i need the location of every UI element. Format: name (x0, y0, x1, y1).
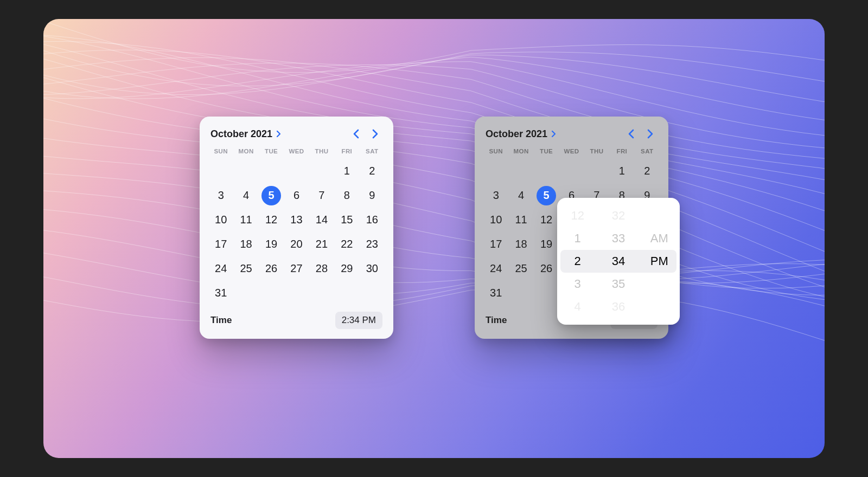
weekday-label: TUE (534, 146, 559, 157)
weekday-label: MON (233, 146, 258, 157)
calendar-header: October 2021 (208, 124, 385, 145)
hour-option[interactable]: 1 (557, 227, 598, 250)
time-row: Time 2:34 PM (208, 311, 385, 330)
minute-option[interactable]: 33 (598, 227, 639, 250)
calendar-day-empty (559, 159, 584, 183)
calendar-day[interactable]: 22 (334, 232, 359, 256)
calendar-day[interactable]: 1 (334, 159, 359, 183)
calendar-day[interactable]: 28 (309, 256, 334, 281)
calendar-day[interactable]: 16 (360, 208, 385, 232)
minute-option[interactable]: 32 (598, 204, 639, 227)
calendar-day[interactable]: 10 (208, 208, 233, 232)
calendar-day[interactable]: 20 (284, 232, 309, 256)
calendar-day[interactable]: 25 (508, 256, 533, 281)
calendar-day[interactable]: 31 (208, 281, 233, 305)
calendar-title[interactable]: October 2021 (486, 128, 547, 140)
calendar-header: October 2021 (483, 124, 660, 145)
weekday-header-row: SUNMONTUEWEDTHUFRISAT (208, 146, 385, 157)
calendar-day[interactable]: 24 (483, 256, 508, 281)
calendar-day[interactable]: 10 (483, 208, 508, 232)
calendar-day[interactable]: 31 (483, 281, 508, 305)
calendar-day[interactable]: 4 (233, 183, 258, 208)
hour-option[interactable]: 4 (557, 295, 598, 318)
calendar-day[interactable]: 27 (284, 256, 309, 281)
weekday-label: THU (309, 146, 334, 157)
datepicker-panel-left: October 2021 SUNMONTUEWEDTHUFRISAT 12345… (200, 117, 393, 339)
chevron-right-icon (276, 131, 281, 137)
calendar-day[interactable]: 6 (284, 183, 309, 208)
calendar-day[interactable]: 23 (360, 232, 385, 256)
calendar-day[interactable]: 19 (534, 232, 559, 256)
weekday-label: FRI (334, 146, 359, 157)
period-option-selected[interactable]: PM (639, 250, 680, 273)
calendar-day[interactable]: 17 (208, 232, 233, 256)
calendar-day-empty (309, 159, 334, 183)
prev-month-button[interactable] (349, 126, 364, 141)
minute-option[interactable]: 36 (598, 295, 639, 318)
calendar-day[interactable]: 1 (609, 159, 634, 183)
calendar-day[interactable]: 12 (534, 208, 559, 232)
period-option[interactable]: AM (639, 227, 680, 250)
calendar-day-selected[interactable]: 5 (261, 186, 281, 205)
hour-option-selected[interactable]: 2 (557, 250, 598, 273)
calendar-day[interactable]: 11 (233, 208, 258, 232)
calendar-day[interactable]: 21 (309, 232, 334, 256)
calendar-day[interactable]: 18 (508, 232, 533, 256)
weekday-label: SAT (360, 146, 385, 157)
minute-option[interactable]: 35 (598, 273, 639, 295)
calendar-day-empty (208, 159, 233, 183)
time-picker-popover[interactable]: 12 1 2 3 4 32 33 34 35 36 (557, 198, 680, 325)
weekday-label: SAT (635, 146, 660, 157)
weekday-label: SUN (208, 146, 233, 157)
calendar-day[interactable]: 3 (483, 183, 508, 208)
time-value-chip[interactable]: 2:34 PM (335, 312, 382, 329)
next-month-button[interactable] (642, 126, 658, 141)
period-option (639, 204, 680, 227)
calendar-grid: 1234567891011121314151617181920212223242… (208, 159, 385, 305)
hour-option[interactable]: 3 (557, 273, 598, 295)
calendar-day[interactable]: 2 (360, 159, 385, 183)
calendar-day[interactable]: 25 (233, 256, 258, 281)
calendar-day[interactable]: 17 (483, 232, 508, 256)
weekday-label: WED (284, 146, 309, 157)
calendar-title[interactable]: October 2021 (210, 128, 272, 140)
calendar-day-empty (584, 159, 609, 183)
minute-wheel[interactable]: 32 33 34 35 36 (598, 198, 639, 325)
calendar-day[interactable]: 19 (259, 232, 284, 256)
next-month-button[interactable] (367, 126, 382, 141)
calendar-day[interactable]: 2 (635, 159, 660, 183)
period-wheel[interactable]: AM PM (639, 198, 680, 325)
calendar-day[interactable]: 15 (334, 208, 359, 232)
calendar-day[interactable]: 9 (360, 183, 385, 208)
weekday-label: FRI (609, 146, 634, 157)
calendar-day-empty (259, 159, 284, 183)
time-label: Time (210, 315, 232, 326)
calendar-day[interactable]: 8 (334, 183, 359, 208)
calendar-day[interactable]: 13 (284, 208, 309, 232)
calendar-day-empty (233, 159, 258, 183)
weekday-label: THU (584, 146, 609, 157)
period-option (639, 273, 680, 295)
calendar-day[interactable]: 4 (508, 183, 533, 208)
showcase-stage: October 2021 SUNMONTUEWEDTHUFRISAT 12345… (43, 19, 825, 458)
calendar-day[interactable]: 7 (309, 183, 334, 208)
calendar-day-empty (284, 159, 309, 183)
calendar-day[interactable]: 26 (259, 256, 284, 281)
calendar-day[interactable]: 26 (534, 256, 559, 281)
calendar-day[interactable]: 14 (309, 208, 334, 232)
minute-option-selected[interactable]: 34 (598, 250, 639, 273)
calendar-day[interactable]: 11 (508, 208, 533, 232)
hour-wheel[interactable]: 12 1 2 3 4 (557, 198, 598, 325)
weekday-label: TUE (259, 146, 284, 157)
calendar-day[interactable]: 3 (208, 183, 233, 208)
weekday-header-row: SUNMONTUEWEDTHUFRISAT (483, 146, 660, 157)
calendar-day[interactable]: 18 (233, 232, 258, 256)
calendar-day-selected[interactable]: 5 (537, 186, 556, 205)
calendar-day[interactable]: 24 (208, 256, 233, 281)
calendar-day[interactable]: 30 (360, 256, 385, 281)
calendar-day[interactable]: 29 (334, 256, 359, 281)
hour-option[interactable]: 12 (557, 204, 598, 227)
period-option (639, 295, 680, 318)
calendar-day[interactable]: 12 (259, 208, 284, 232)
prev-month-button[interactable] (624, 126, 639, 141)
